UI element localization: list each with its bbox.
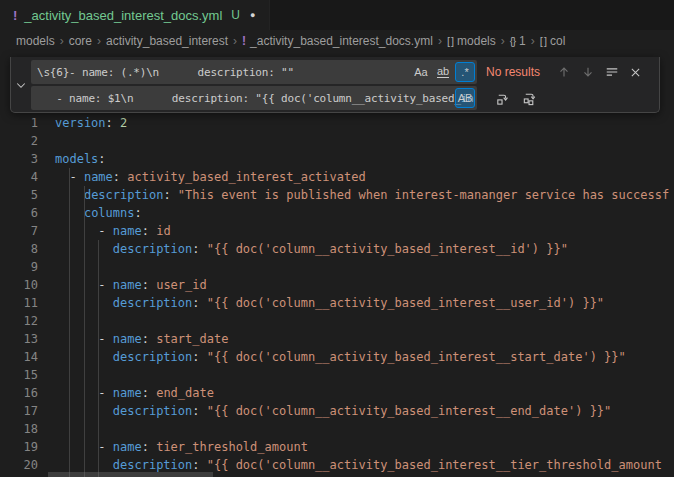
breadcrumb-separator: › xyxy=(233,34,237,48)
breadcrumb-label: col xyxy=(550,34,565,48)
line-content: - name: id xyxy=(38,222,171,240)
chevron-down-icon xyxy=(15,79,27,91)
code-area[interactable]: 1version: 223models:4 - name: activity_b… xyxy=(0,52,674,474)
replace-all-icon xyxy=(522,91,537,106)
whole-word-button[interactable]: ab xyxy=(433,62,453,82)
breadcrumb-separator: › xyxy=(501,34,505,48)
line-content: version: 2 xyxy=(38,114,127,132)
line-content: - name: start_date xyxy=(38,330,228,348)
yaml-file-icon: ! xyxy=(13,8,17,23)
preserve-case-button[interactable]: AB xyxy=(455,88,475,108)
line-content: description: "This event is published wh… xyxy=(38,186,669,204)
line-number: 4 xyxy=(0,168,38,186)
code-line[interactable]: 4 - name: activity_based_interest_activa… xyxy=(0,168,674,186)
code-line[interactable]: 10 - name: user_id xyxy=(0,276,674,294)
find-input-value: \s{6}- name: (.*)\n description: "" xyxy=(37,66,364,79)
regex-button[interactable]: .* xyxy=(455,62,475,82)
breadcrumb-separator: › xyxy=(438,34,442,48)
line-number: 9 xyxy=(0,258,38,276)
code-line[interactable]: 1version: 2 xyxy=(0,114,674,132)
code-line[interactable]: 12 xyxy=(0,312,674,330)
breadcrumb-label: activity_based_interest xyxy=(106,34,228,48)
indent-guide xyxy=(84,186,85,477)
code-line[interactable]: 2 xyxy=(0,132,674,150)
code-line[interactable]: 15 xyxy=(0,366,674,384)
line-number: 7 xyxy=(0,222,38,240)
code-line[interactable]: 9 xyxy=(0,258,674,276)
line-number: 1 xyxy=(0,114,38,132)
git-status-badge: U xyxy=(231,8,240,22)
line-number: 18 xyxy=(0,420,38,438)
breadcrumb-separator: › xyxy=(531,34,535,48)
replace-button[interactable] xyxy=(492,88,513,109)
breadcrumb-item[interactable]: [ ]models xyxy=(447,34,496,48)
line-content: description: "{{ doc('column__activity_b… xyxy=(38,294,604,312)
line-number: 14 xyxy=(0,348,38,366)
code-line[interactable]: 16 - name: end_date xyxy=(0,384,674,402)
code-line[interactable]: 8 description: "{{ doc('column__activity… xyxy=(0,240,674,258)
breadcrumb-item[interactable]: [ ]col xyxy=(540,34,566,48)
line-content xyxy=(38,420,55,438)
close-icon xyxy=(629,66,642,79)
code-line[interactable]: 14 description: "{{ doc('column__activit… xyxy=(0,348,674,366)
find-replace-widget: \s{6}- name: (.*)\n description: "" Aa a… xyxy=(10,57,660,113)
breadcrumb-label: _activity_based_interest_docs.yml xyxy=(250,34,433,48)
find-row: \s{6}- name: (.*)\n description: "" Aa a… xyxy=(31,60,655,84)
breadcrumb-item[interactable]: models xyxy=(16,34,55,48)
match-case-button[interactable]: Aa xyxy=(411,62,431,82)
line-number: 2 xyxy=(0,132,38,150)
line-number: 15 xyxy=(0,366,38,384)
next-match-button[interactable] xyxy=(577,62,598,83)
close-button[interactable] xyxy=(625,62,646,83)
find-in-selection-button[interactable] xyxy=(601,62,622,83)
line-number: 11 xyxy=(0,294,38,312)
breadcrumb-item[interactable]: core xyxy=(69,34,92,48)
line-number: 10 xyxy=(0,276,38,294)
code-line[interactable]: 7 - name: id xyxy=(0,222,674,240)
indent-guide xyxy=(98,240,99,477)
code-line[interactable]: 6 columns: xyxy=(0,204,674,222)
yaml-file-icon: ! xyxy=(242,34,246,48)
breadcrumb-label: 1 xyxy=(519,34,526,48)
line-number: 17 xyxy=(0,402,38,420)
line-number: 16 xyxy=(0,384,38,402)
replace-all-button[interactable] xyxy=(519,88,540,109)
code-line[interactable]: 17 description: "{{ doc('column__activit… xyxy=(0,402,674,420)
code-line[interactable]: 3models: xyxy=(0,150,674,168)
line-content xyxy=(38,132,55,150)
arrow-up-icon xyxy=(557,65,571,79)
code-line[interactable]: 5 description: "This event is published … xyxy=(0,186,674,204)
line-content xyxy=(38,366,55,384)
breadcrumb-separator: › xyxy=(60,34,64,48)
breadcrumb-label: models xyxy=(16,34,55,48)
code-line[interactable]: 11 description: "{{ doc('column__activit… xyxy=(0,294,674,312)
breadcrumb-item[interactable]: {}1 xyxy=(510,34,526,48)
find-input[interactable]: \s{6}- name: (.*)\n description: "" Aa a… xyxy=(31,60,477,84)
breadcrumb: models›core›activity_based_interest›!_ac… xyxy=(0,30,674,52)
tab-activity-docs[interactable]: ! _activity_based_interest_docs.yml U ● xyxy=(0,0,270,30)
toggle-replace-button[interactable] xyxy=(11,57,31,112)
breadcrumb-item[interactable]: !_activity_based_interest_docs.yml xyxy=(242,34,433,48)
previous-match-button[interactable] xyxy=(553,62,574,83)
vscode-window: { "tab": { "file_icon": "!", "filename":… xyxy=(0,0,674,477)
line-content xyxy=(38,312,55,330)
code-line[interactable]: 13 - name: start_date xyxy=(0,330,674,348)
line-number: 19 xyxy=(0,438,38,456)
arrow-down-icon xyxy=(581,65,595,79)
modified-dot-icon[interactable]: ● xyxy=(250,10,255,20)
replace-icon xyxy=(495,91,510,106)
tab-bar: ! _activity_based_interest_docs.yml U ● xyxy=(0,0,674,30)
code-line[interactable]: 19 - name: tier_threshold_amount xyxy=(0,438,674,456)
line-number: 5 xyxy=(0,186,38,204)
editor[interactable]: 1version: 223models:4 - name: activity_b… xyxy=(0,52,674,477)
line-content: description: "{{ doc('column__activity_b… xyxy=(38,402,611,420)
line-content: - name: activity_based_interest_activate… xyxy=(38,168,366,186)
breadcrumb-label: core xyxy=(69,34,92,48)
line-content: - name: end_date xyxy=(38,384,214,402)
line-number: 13 xyxy=(0,330,38,348)
replace-input[interactable]: - name: $1\n description: "{{ doc('colum… xyxy=(31,86,477,110)
horizontal-scrollbar[interactable] xyxy=(48,472,213,477)
line-number: 12 xyxy=(0,312,38,330)
code-line[interactable]: 18 xyxy=(0,420,674,438)
breadcrumb-item[interactable]: activity_based_interest xyxy=(106,34,228,48)
